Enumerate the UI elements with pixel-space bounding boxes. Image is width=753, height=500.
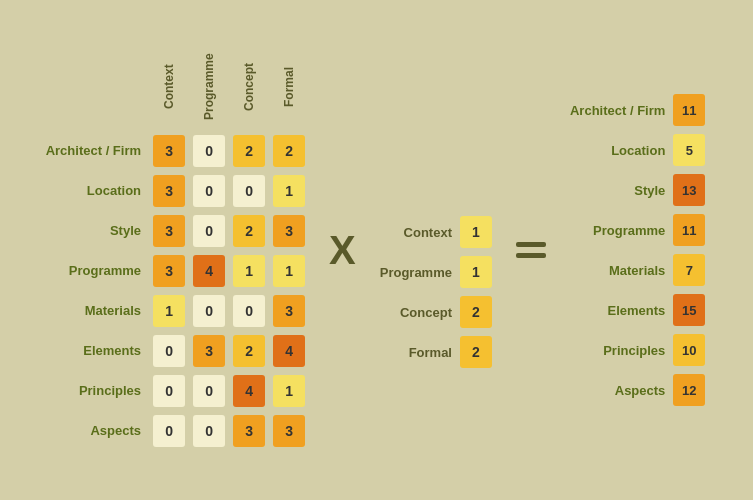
matrix-cell: 0: [191, 373, 227, 409]
matrix-cell: 0: [151, 413, 187, 449]
col-header-programme: Programme: [202, 52, 216, 122]
matrix-cell: 4: [271, 333, 307, 369]
result-label: Aspects: [568, 372, 667, 408]
matrix-cell: 3: [151, 253, 187, 289]
vector-cell: 2: [458, 334, 494, 370]
matrix-cell: 3: [151, 213, 187, 249]
matrix-cell: 3: [151, 173, 187, 209]
matrix-cell: 0: [191, 413, 227, 449]
matrix-row: Programme3411: [46, 253, 307, 289]
result-row: Elements15: [568, 292, 707, 328]
vector-label: Formal: [378, 334, 454, 370]
row-label: Location: [46, 173, 147, 209]
row-label: Materials: [46, 293, 147, 329]
equals-sign: [516, 242, 546, 258]
result-cell-td: 13: [671, 172, 707, 208]
vector-row: Programme1: [378, 254, 494, 290]
multiply-sign: X: [329, 228, 356, 273]
result-row: Programme11: [568, 212, 707, 248]
matrix-cell: 1: [231, 253, 267, 289]
result-row: Style13: [568, 172, 707, 208]
left-matrix: ContextProgrammeConceptFormalArchitect /…: [42, 48, 311, 453]
row-label: Aspects: [46, 413, 147, 449]
vector-cell: 1: [458, 214, 494, 250]
vector-row: Formal2: [378, 334, 494, 370]
result-row: Architect / Firm11: [568, 92, 707, 128]
result-cell-td: 11: [671, 212, 707, 248]
matrix-cell: 3: [151, 133, 187, 169]
matrix-row: Location3001: [46, 173, 307, 209]
result-cell-td: 12: [671, 372, 707, 408]
result-cell-td: 15: [671, 292, 707, 328]
result-row: Location5: [568, 132, 707, 168]
vector-row: Concept2: [378, 294, 494, 330]
matrix-cell: 2: [231, 133, 267, 169]
matrix-table: ContextProgrammeConceptFormalArchitect /…: [42, 48, 311, 453]
result-label: Location: [568, 132, 667, 168]
vector-table: Context1Programme1Concept2Formal2: [374, 126, 498, 374]
result-label: Principles: [568, 332, 667, 368]
matrix-cell: 3: [271, 213, 307, 249]
middle-vector: Context1Programme1Concept2Formal2: [374, 126, 498, 374]
matrix-cell: 0: [191, 133, 227, 169]
result-label: Materials: [568, 252, 667, 288]
result-table: Architect / Firm11Location5Style13Progra…: [564, 88, 711, 412]
vector-cell: 1: [458, 254, 494, 290]
col-header-formal: Formal: [282, 52, 296, 122]
matrix-cell: 2: [231, 333, 267, 369]
matrix-cell: 0: [191, 293, 227, 329]
equals-line-bottom: [516, 253, 546, 258]
result-cell-td: 5: [671, 132, 707, 168]
result-cell-td: 11: [671, 92, 707, 128]
matrix-cell: 1: [271, 373, 307, 409]
main-container: ContextProgrammeConceptFormalArchitect /…: [0, 0, 753, 500]
matrix-cell: 4: [191, 253, 227, 289]
equals-line-top: [516, 242, 546, 247]
matrix-cell: 0: [231, 293, 267, 329]
matrix-cell: 4: [231, 373, 267, 409]
result-cell-td: 10: [671, 332, 707, 368]
matrix-cell: 3: [191, 333, 227, 369]
matrix-row: Aspects0033: [46, 413, 307, 449]
row-label: Programme: [46, 253, 147, 289]
matrix-cell: 0: [151, 333, 187, 369]
matrix-row: Materials1003: [46, 293, 307, 329]
result-label: Style: [568, 172, 667, 208]
matrix-cell: 1: [151, 293, 187, 329]
right-result: Architect / Firm11Location5Style13Progra…: [564, 88, 711, 412]
matrix-cell: 0: [191, 213, 227, 249]
matrix-cell: 1: [271, 173, 307, 209]
vector-cell: 2: [458, 294, 494, 330]
vector-row: Context1: [378, 214, 494, 250]
matrix-row: Style3023: [46, 213, 307, 249]
matrix-cell: 3: [271, 293, 307, 329]
result-label: Elements: [568, 292, 667, 328]
result-label: Architect / Firm: [568, 92, 667, 128]
matrix-row: Elements0324: [46, 333, 307, 369]
matrix-cell: 0: [191, 173, 227, 209]
matrix-cell: 2: [231, 213, 267, 249]
row-label: Principles: [46, 373, 147, 409]
result-label: Programme: [568, 212, 667, 248]
matrix-cell: 2: [271, 133, 307, 169]
matrix-row: Principles0041: [46, 373, 307, 409]
result-row: Principles10: [568, 332, 707, 368]
result-row: Materials7: [568, 252, 707, 288]
row-label: Architect / Firm: [46, 133, 147, 169]
vector-label: Concept: [378, 294, 454, 330]
result-cell-td: 7: [671, 252, 707, 288]
result-row: Aspects12: [568, 372, 707, 408]
col-header-concept: Concept: [242, 52, 256, 122]
col-header-context: Context: [162, 52, 176, 122]
vector-label: Programme: [378, 254, 454, 290]
row-label: Style: [46, 213, 147, 249]
matrix-cell: 3: [271, 413, 307, 449]
matrix-cell: 3: [231, 413, 267, 449]
row-label: Elements: [46, 333, 147, 369]
vector-label: Context: [378, 214, 454, 250]
matrix-cell: 1: [271, 253, 307, 289]
matrix-cell: 0: [151, 373, 187, 409]
matrix-row: Architect / Firm3022: [46, 133, 307, 169]
matrix-cell: 0: [231, 173, 267, 209]
